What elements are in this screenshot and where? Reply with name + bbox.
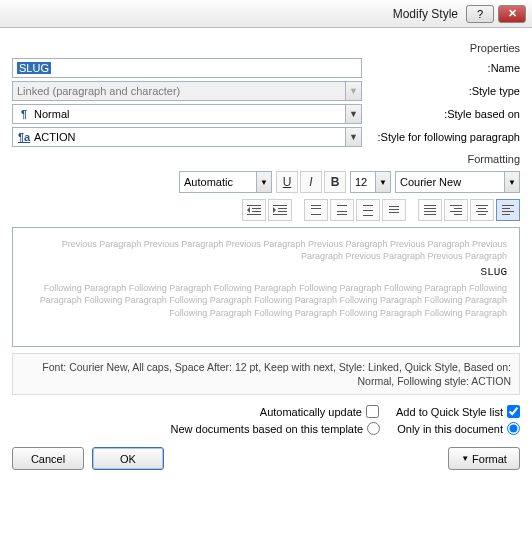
svg-rect-17 bbox=[363, 210, 373, 211]
font-name-value: Courier New bbox=[395, 171, 505, 193]
window-title: Modify Style bbox=[6, 7, 462, 21]
font-toolbar: Automatic ▼ U I B 12 ▼ Courier New ▼ bbox=[12, 171, 520, 193]
svg-rect-30 bbox=[476, 205, 488, 206]
paragraph-link-icon: ¶a bbox=[17, 131, 31, 143]
svg-rect-28 bbox=[450, 211, 462, 212]
preview-pane: Previous Paragraph Previous Paragraph Pr… bbox=[12, 227, 520, 347]
ok-button[interactable]: OK bbox=[92, 447, 164, 470]
spacing-after-button[interactable] bbox=[304, 199, 328, 221]
help-button[interactable]: ? bbox=[466, 5, 494, 23]
auto-update-checkbox[interactable]: Automatically update bbox=[260, 405, 379, 418]
new-documents-radio[interactable]: New documents based on this template bbox=[171, 422, 381, 435]
svg-rect-31 bbox=[478, 208, 486, 209]
svg-rect-6 bbox=[278, 208, 287, 209]
svg-rect-33 bbox=[478, 214, 486, 215]
based-on-label: Style based on: bbox=[370, 108, 520, 120]
dialog-content: Properties Name: SLUG Style type: Linked… bbox=[0, 28, 532, 545]
align-left-button[interactable] bbox=[496, 199, 520, 221]
style-type-label: Style type: bbox=[370, 85, 520, 97]
cancel-button[interactable]: Cancel bbox=[12, 447, 84, 470]
spacing-before-button[interactable] bbox=[330, 199, 354, 221]
font-color-value: Automatic bbox=[179, 171, 257, 193]
font-size-value: 12 bbox=[350, 171, 376, 193]
svg-rect-1 bbox=[252, 208, 261, 209]
svg-marker-4 bbox=[247, 207, 250, 213]
svg-rect-14 bbox=[337, 211, 347, 212]
svg-rect-23 bbox=[424, 208, 436, 209]
italic-button[interactable]: I bbox=[300, 171, 322, 193]
add-quick-style-checkbox[interactable]: Add to Quick Style list bbox=[396, 405, 520, 418]
based-on-value: Normal bbox=[34, 108, 69, 120]
svg-marker-9 bbox=[273, 207, 276, 213]
svg-rect-26 bbox=[450, 205, 462, 206]
font-color-dropdown[interactable]: ▼ bbox=[257, 171, 272, 193]
following-combo[interactable]: ¶aACTION ▼ bbox=[12, 127, 362, 147]
svg-rect-37 bbox=[502, 214, 510, 215]
svg-rect-8 bbox=[273, 214, 287, 215]
font-name-dropdown[interactable]: ▼ bbox=[505, 171, 520, 193]
preview-following-text: Following Paragraph Following Paragraph … bbox=[25, 282, 507, 318]
following-dropdown[interactable]: ▼ bbox=[345, 127, 362, 147]
name-input[interactable]: SLUG bbox=[12, 58, 362, 78]
svg-rect-24 bbox=[424, 211, 436, 212]
svg-rect-11 bbox=[311, 208, 321, 209]
underline-button[interactable]: U bbox=[276, 171, 298, 193]
align-justify-button[interactable] bbox=[418, 199, 442, 221]
paragraph-icon: ¶ bbox=[17, 108, 31, 120]
close-button[interactable]: ✕ bbox=[498, 5, 526, 23]
line-spacing-tight-button[interactable] bbox=[382, 199, 406, 221]
svg-rect-15 bbox=[337, 214, 347, 215]
align-center-button[interactable] bbox=[470, 199, 494, 221]
font-size-dropdown[interactable]: ▼ bbox=[376, 171, 391, 193]
style-type-dropdown: ▼ bbox=[345, 81, 362, 101]
svg-rect-27 bbox=[454, 208, 462, 209]
preview-sample-text: SLUG bbox=[25, 262, 507, 282]
based-on-dropdown[interactable]: ▼ bbox=[345, 104, 362, 124]
svg-rect-13 bbox=[337, 205, 347, 206]
following-value: ACTION bbox=[34, 131, 76, 143]
font-size-combo[interactable]: 12 ▼ bbox=[350, 171, 391, 193]
font-name-combo[interactable]: Courier New ▼ bbox=[395, 171, 520, 193]
svg-rect-34 bbox=[502, 205, 514, 206]
svg-rect-19 bbox=[389, 206, 399, 207]
svg-rect-25 bbox=[424, 214, 436, 215]
properties-heading: Properties bbox=[12, 42, 520, 54]
chevron-down-icon: ▼ bbox=[461, 454, 469, 463]
svg-rect-16 bbox=[363, 205, 373, 206]
svg-rect-20 bbox=[389, 209, 399, 210]
only-this-document-radio[interactable]: Only in this document bbox=[397, 422, 520, 435]
svg-rect-35 bbox=[502, 208, 510, 209]
dialog-footer: Format▼ OK Cancel bbox=[12, 447, 520, 470]
titlebar: ✕ ? Modify Style bbox=[0, 0, 532, 28]
format-button[interactable]: Format▼ bbox=[448, 447, 520, 470]
indent-decrease-button[interactable] bbox=[242, 199, 266, 221]
style-description: Font: Courier New, All caps, Space After… bbox=[12, 353, 520, 395]
svg-rect-10 bbox=[311, 205, 321, 206]
svg-rect-3 bbox=[247, 214, 261, 215]
style-type-combo: Linked (paragraph and character) ▼ bbox=[12, 81, 362, 101]
svg-rect-22 bbox=[424, 205, 436, 206]
svg-rect-5 bbox=[273, 205, 287, 206]
preview-previous-text: Previous Paragraph Previous Paragraph Pr… bbox=[25, 238, 507, 262]
svg-rect-18 bbox=[363, 215, 373, 216]
svg-rect-12 bbox=[311, 214, 321, 215]
following-label: Style for following paragraph: bbox=[370, 131, 520, 143]
bold-button[interactable]: B bbox=[324, 171, 346, 193]
indent-increase-button[interactable] bbox=[268, 199, 292, 221]
svg-rect-21 bbox=[389, 212, 399, 213]
svg-rect-7 bbox=[278, 211, 287, 212]
paragraph-toolbar bbox=[12, 199, 520, 221]
svg-rect-0 bbox=[247, 205, 261, 206]
svg-rect-29 bbox=[454, 214, 462, 215]
formatting-heading: Formatting bbox=[12, 153, 520, 165]
font-color-combo[interactable]: Automatic ▼ bbox=[179, 171, 272, 193]
line-spacing-loose-button[interactable] bbox=[356, 199, 380, 221]
name-label: Name: bbox=[370, 62, 520, 74]
style-type-value: Linked (paragraph and character) bbox=[12, 81, 345, 101]
svg-rect-36 bbox=[502, 211, 514, 212]
svg-rect-2 bbox=[252, 211, 261, 212]
svg-rect-32 bbox=[476, 211, 488, 212]
name-value: SLUG bbox=[17, 62, 51, 74]
based-on-combo[interactable]: ¶Normal ▼ bbox=[12, 104, 362, 124]
align-right-button[interactable] bbox=[444, 199, 468, 221]
